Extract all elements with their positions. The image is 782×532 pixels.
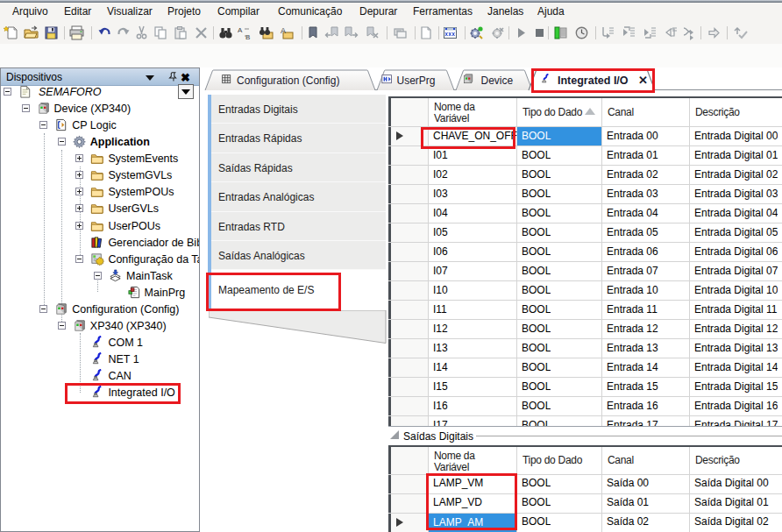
- svg-text:A: A: [238, 26, 243, 34]
- svg-text:B: B: [245, 33, 250, 40]
- svg-text:A: A: [281, 26, 286, 35]
